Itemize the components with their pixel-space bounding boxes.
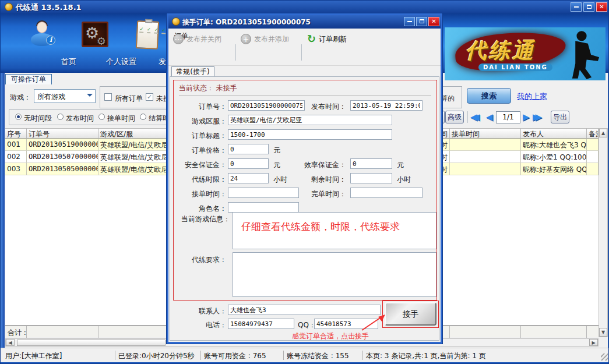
- scroll-down-icon[interactable]: ▼: [599, 328, 607, 337]
- cell-publisher: 昵称:好基友网络 QQ: [521, 163, 587, 175]
- vertical-scrollbar[interactable]: ▲ ▼: [599, 128, 608, 337]
- cell-note: [587, 139, 599, 151]
- main-window: 代练通 13.5.18.1 ✕ i 首页 ⚙⚙ 个人设置 ✓✓✓✓ 发单管理: [0, 0, 609, 364]
- toolbar-home-button[interactable]: i 首页: [16, 19, 69, 68]
- prev-page-icon[interactable]: ◀: [486, 111, 493, 123]
- publish-close-button: ⋯ 发布并关闭: [173, 29, 221, 49]
- accept-order-button[interactable]: 接手: [385, 302, 436, 326]
- publish-add-button: + 发布并添加: [241, 29, 289, 49]
- status-bar: 用户:[大神工作室] 已登录:0小时20分钟5秒 账号可用资金 : 765 账号…: [1, 348, 609, 362]
- dialog-title: 接手订单: ORD2013051900000075: [182, 17, 311, 27]
- annotation-check-info: 仔细查看代练金额，时限，代练要求: [241, 220, 400, 234]
- cell-accept-time: [450, 151, 521, 163]
- advanced-button[interactable]: 高级: [445, 111, 464, 123]
- radio-accept-time[interactable]: [98, 114, 105, 120]
- cell-publisher: 昵称:大雄也会飞3 Q: [521, 139, 587, 151]
- first-page-icon[interactable]: ◀◀: [470, 111, 476, 123]
- status-available-funds: 账号可用资金 : 765: [204, 351, 266, 361]
- publish-close-label: 发布并关闭: [186, 34, 221, 44]
- phone-field[interactable]: [228, 319, 294, 329]
- plus-icon: +: [241, 34, 251, 44]
- main-titlebar: 代练通 13.5.18.1 ✕: [1, 1, 609, 13]
- annotation-red-box: [173, 80, 437, 301]
- radio-no-time-range[interactable]: [15, 114, 22, 120]
- cell-no: 002: [5, 151, 27, 163]
- toolbar-separator: [467, 111, 468, 123]
- col-header-no[interactable]: 序号: [5, 128, 27, 139]
- resize-grip[interactable]: [601, 354, 608, 361]
- publish-add-label: 发布并添加: [254, 34, 289, 44]
- status-page-info: 本页: 3 条记录,共:1 页,当前为第: 1 页: [366, 351, 486, 361]
- status-login-time: 已登录:0小时20分钟5秒: [118, 351, 195, 361]
- take-order-dialog: 接手订单: ORD2013051900000075 ✕ 订单 ⋯ 发布并关闭 +…: [167, 13, 442, 344]
- kicking-silhouette-icon: [559, 30, 604, 80]
- cell-order: ORD2013051900000075: [27, 139, 98, 151]
- app-icon: [5, 3, 13, 11]
- annotation-arrow-icon: [360, 312, 386, 332]
- dialog-tab-general[interactable]: 常规(接手): [171, 66, 214, 77]
- brand-cn: 代练通: [466, 37, 536, 65]
- search-button[interactable]: 搜索: [467, 88, 511, 104]
- col-header-publisher[interactable]: 发布人: [521, 128, 587, 139]
- col-header-order[interactable]: 订单号: [27, 128, 98, 139]
- scrollbar-thumb[interactable]: [17, 340, 166, 346]
- phone-label: 电话：: [177, 320, 227, 330]
- dialog-icon: [172, 17, 180, 26]
- dialog-minimize-button[interactable]: [404, 17, 415, 26]
- scroll-left-icon[interactable]: ◀: [6, 339, 15, 346]
- qq-label: QQ：: [298, 320, 313, 330]
- dialog-maximize-button[interactable]: [416, 17, 427, 26]
- minimize-button[interactable]: [571, 2, 582, 12]
- col-header-accept-time[interactable]: 接单时间: [450, 128, 521, 139]
- order-refresh-label: 订单刷新: [319, 34, 347, 44]
- cell-note: [587, 163, 599, 175]
- status-frozen-funds: 账号冻结资金 : 155: [287, 351, 349, 361]
- checkbox-all-orders-label: 所有订单: [115, 94, 143, 104]
- page-indicator[interactable]: 1/1: [496, 111, 520, 123]
- dialog-close-button[interactable]: ✕: [428, 17, 439, 26]
- toolbar-settings-button[interactable]: ⚙⚙ 个人设置: [69, 19, 121, 68]
- checkbox-settled-label-tail: 算的: [441, 94, 455, 104]
- toolbar-orders-button[interactable]: ✓✓✓✓ 发单管理: [121, 19, 174, 68]
- radio-no-time-range-label: 无时间段: [24, 114, 52, 123]
- col-header-note[interactable]: 备注: [587, 128, 599, 139]
- radio-publish-time[interactable]: [57, 114, 64, 120]
- maximize-button[interactable]: [583, 2, 594, 12]
- cell-accept-time: [450, 163, 521, 175]
- game-select-value: 所有游戏: [37, 92, 65, 102]
- game-filter-label: 游戏：: [10, 93, 31, 103]
- cell-no: 003: [5, 163, 27, 175]
- order-refresh-button[interactable]: ↻ 订单刷新: [307, 29, 347, 49]
- scroll-up-icon[interactable]: ▲: [599, 129, 607, 137]
- publish-close-icon: ⋯: [173, 34, 184, 44]
- cell-order: ORD2013050500000018: [27, 163, 98, 175]
- cell-order: ORD2013050700000028: [27, 151, 98, 163]
- close-button[interactable]: ✕: [596, 2, 607, 12]
- export-button[interactable]: 导出: [551, 111, 569, 123]
- app-title: 代练通 13.5.18.1: [16, 2, 82, 13]
- next-page-icon[interactable]: ▶: [523, 111, 530, 123]
- checkbox-all-orders[interactable]: [104, 93, 112, 101]
- clipboard-icon: ✓✓✓✓: [136, 20, 159, 50]
- refresh-icon: ↻: [307, 34, 316, 44]
- window-frame-left: [1, 73, 5, 348]
- chevron-down-icon: [87, 94, 93, 100]
- radio-publish-time-label: 发布时间: [66, 114, 94, 123]
- checkbox-unaccepted[interactable]: ✓: [146, 93, 153, 101]
- my-seller-link[interactable]: 我的上家: [517, 91, 547, 102]
- cell-accept-time: [450, 139, 521, 151]
- contact-label: 联系人：: [177, 306, 227, 316]
- tab-operable-orders[interactable]: 可操作订单: [5, 74, 52, 84]
- annotation-click-accept: 感觉订单合适，点击接手: [292, 331, 369, 341]
- scroll-right-icon[interactable]: ▶: [589, 339, 598, 346]
- last-page-icon[interactable]: ▶▶: [533, 111, 538, 123]
- status-user: 用户:[大神工作室]: [5, 351, 62, 361]
- dialog-titlebar: 接手订单: ORD2013051900000075 ✕: [168, 15, 441, 29]
- radio-settle-time[interactable]: [140, 114, 146, 120]
- game-select[interactable]: 所有游戏: [34, 89, 96, 103]
- cell-publisher: 昵称:小爱1 QQ:1000: [521, 151, 587, 163]
- gear-icon: ⚙⚙: [82, 22, 108, 47]
- contact-field[interactable]: [228, 305, 381, 315]
- cell-no: 001: [5, 139, 27, 151]
- brand-banner: 代练通 DAI LIAN TONG: [445, 27, 606, 80]
